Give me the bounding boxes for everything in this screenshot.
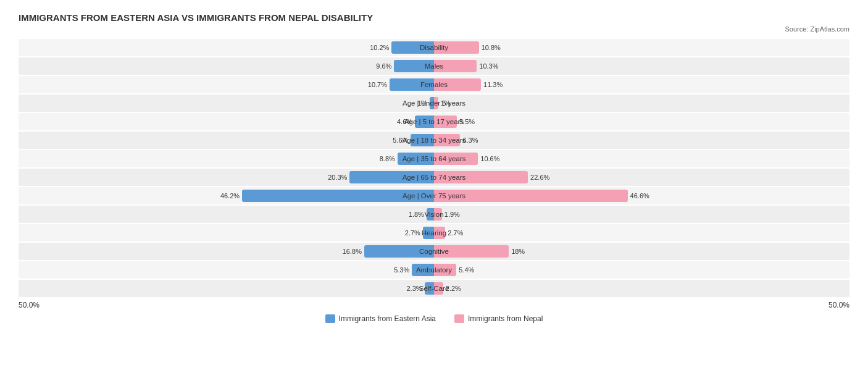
bar-left	[411, 134, 434, 146]
bar-right	[434, 264, 456, 276]
bar-right	[434, 78, 481, 91]
bar-row: 16.8%18%Cognitive	[19, 243, 849, 260]
bar-right	[434, 245, 509, 258]
bar-right-label: 22.6%	[530, 174, 549, 181]
bar-right-label: 5.5%	[459, 118, 475, 125]
legend-label-right: Immigrants from Nepal	[468, 314, 543, 323]
bar-left	[391, 41, 434, 54]
bar-left	[423, 227, 434, 239]
legend-item-left: Immigrants from Eastern Asia	[325, 314, 436, 323]
source-label: Source: ZipAtlas.com	[19, 25, 849, 33]
axis-row: 50.0% 50.0%	[19, 301, 849, 309]
bar-left	[398, 153, 434, 165]
bar-right-label: 10.8%	[482, 44, 501, 51]
bar-left	[349, 171, 434, 183]
bar-right-label: 2.7%	[448, 229, 463, 237]
bar-right-label: 6.3%	[462, 136, 478, 144]
bar-right	[434, 227, 445, 239]
legend-box-right	[454, 314, 464, 323]
bar-left-label: 10.2%	[370, 44, 389, 51]
legend-label-left: Immigrants from Eastern Asia	[339, 314, 436, 323]
bar-row: 2.7%2.7%Hearing	[19, 224, 849, 242]
bar-left-label: 2.7%	[405, 229, 420, 237]
bar-left-label: 2.3%	[406, 285, 422, 292]
bar-left-label: 1.8%	[409, 211, 424, 218]
axis-right: 50.0%	[828, 301, 849, 309]
bar-row: 1%1%Age | Under 5 years	[19, 94, 849, 112]
bar-right-label: 11.3%	[483, 81, 503, 88]
bar-right	[434, 60, 477, 72]
bar-right-label: 10.3%	[479, 62, 498, 70]
bar-right	[434, 190, 628, 202]
bar-left	[390, 78, 434, 91]
bar-right	[434, 208, 442, 220]
axis-left: 50.0%	[19, 301, 40, 309]
bar-row: 5.3%5.4%Ambulatory	[19, 261, 849, 279]
bar-right-label: 18%	[511, 248, 525, 255]
bar-left-label: 5.3%	[394, 266, 409, 274]
bar-left-label: 16.8%	[343, 248, 362, 255]
bar-row: 5.6%6.3%Age | 18 to 34 years	[19, 132, 849, 149]
bar-left-label: 4.6%	[397, 118, 412, 125]
bar-row: 10.2%10.8%Disability	[19, 39, 849, 56]
bar-right-label: 5.4%	[459, 266, 474, 274]
bar-right	[434, 171, 528, 183]
bar-left	[427, 208, 434, 220]
bar-row: 2.3%2.2%Self-Care	[19, 280, 849, 297]
bar-left-label: 5.6%	[393, 136, 408, 144]
bar-left-label: 9.6%	[376, 62, 391, 70]
bar-right-label: 1%	[441, 99, 451, 107]
bar-left-label: 8.8%	[380, 155, 395, 162]
bar-row: 10.7%11.3%Females	[19, 76, 849, 93]
bar-row: 4.6%5.5%Age | 5 to 17 years	[19, 113, 849, 130]
bar-left	[242, 190, 434, 202]
bar-row: 46.2%46.6%Age | Over 75 years	[19, 187, 849, 204]
bar-left-label: 20.3%	[328, 174, 347, 181]
bar-right-label: 10.6%	[480, 155, 499, 162]
legend-box-left	[325, 314, 335, 323]
bar-row: 20.3%22.6%Age | 65 to 74 years	[19, 169, 849, 186]
bar-right	[434, 282, 443, 295]
bar-right	[434, 97, 438, 109]
bar-left	[430, 97, 434, 109]
bar-right-label: 2.2%	[446, 285, 461, 292]
bar-left	[394, 60, 434, 72]
chart-title: IMMIGRANTS FROM EASTERN ASIA VS IMMIGRAN…	[19, 12, 849, 23]
bar-left-label: 46.2%	[220, 192, 240, 200]
bar-row: 9.6%10.3%Males	[19, 57, 849, 75]
bar-left	[364, 245, 434, 258]
bar-right-label: 1.9%	[444, 211, 460, 218]
bar-left-label: 1%	[417, 99, 427, 107]
chart-container: 10.2%10.8%Disability9.6%10.3%Males10.7%1…	[19, 39, 849, 297]
bar-row: 8.8%10.6%Age | 35 to 64 years	[19, 150, 849, 167]
bar-right	[434, 116, 457, 128]
bar-left	[412, 264, 434, 276]
bar-right	[434, 153, 478, 165]
bar-right	[434, 41, 479, 54]
legend: Immigrants from Eastern Asia Immigrants …	[19, 314, 849, 323]
legend-item-right: Immigrants from Nepal	[454, 314, 543, 323]
bar-left	[415, 116, 434, 128]
bar-right-label: 46.6%	[630, 192, 649, 200]
bar-row: 1.8%1.9%Vision	[19, 206, 849, 223]
bar-left	[425, 282, 434, 295]
bar-left-label: 10.7%	[368, 81, 387, 88]
bar-right	[434, 134, 460, 146]
